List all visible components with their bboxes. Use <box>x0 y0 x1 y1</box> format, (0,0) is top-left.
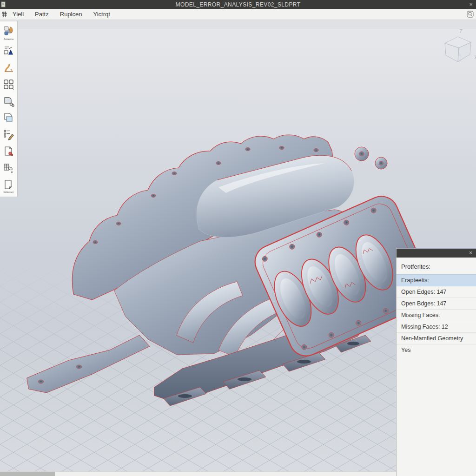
toolbar-button-loft[interactable] <box>1 60 17 76</box>
menu-item-1[interactable]: Yiell <box>13 11 24 18</box>
left-toolbar: Avoaone <box>0 21 18 197</box>
panel-row-non-manifold[interactable]: Nen-Mamfied Geometry <box>397 333 476 344</box>
panel-row-missing-faces[interactable]: Missing Faces: <box>397 310 476 321</box>
toolbar-button-features[interactable]: Avoaone <box>1 23 17 43</box>
properties-panel: × Protferltes: Erapteetis: Open Edges: 1… <box>396 248 476 476</box>
scrollbar-thumb[interactable] <box>0 472 55 476</box>
toolbar-button-sheet[interactable]: boisupey <box>1 177 17 196</box>
view-cube-axis-top: 7 <box>459 28 463 34</box>
titlebar: MODEL_ERROR_ANALYSIS_REV02_SLDPRT × <box>0 0 476 9</box>
panel-row-selected[interactable]: Erapteetis: <box>397 274 476 286</box>
menu-hash-icon[interactable] <box>1 11 8 18</box>
menubar: Yiell Pattz Ruplcen Yictrqt <box>0 9 476 20</box>
menu-item-3[interactable]: Ruplcen <box>60 11 82 18</box>
menu-item-2[interactable]: Pattz <box>35 11 49 18</box>
panel-row-missing-faces-2[interactable]: Missing Faces: 12 <box>397 321 476 333</box>
horizontal-scrollbar[interactable] <box>0 471 396 476</box>
panel-row-open-edges[interactable]: Open Edges: 147 <box>397 286 476 298</box>
mirror-icon <box>3 95 15 107</box>
window-title: MODEL_ERROR_ANALYSIS_REV02_SLDPRT <box>0 1 476 8</box>
toolbar-button-mirror[interactable] <box>1 93 17 110</box>
sheet-icon <box>3 179 14 190</box>
toolbar-button-surfaces[interactable] <box>1 110 17 126</box>
toolbar-top-label: Avoaone <box>4 38 14 40</box>
menu-item-4[interactable]: Yictrqt <box>93 11 110 18</box>
toolbar-button-sketch[interactable] <box>1 43 17 60</box>
panel-titlebar: × <box>397 248 476 258</box>
surfaces-icon <box>3 112 15 124</box>
window-close-icon[interactable]: × <box>469 0 473 8</box>
features-icon <box>3 25 15 37</box>
list-pencil-icon <box>3 129 15 141</box>
pattern-icon <box>3 79 15 91</box>
toolbar-bottom-label: boisupey <box>3 191 13 193</box>
toolbar-button-pattern[interactable] <box>1 76 17 93</box>
sketch-icon <box>3 45 15 57</box>
toolbar-button-list-pencil[interactable] <box>1 126 17 143</box>
menubar-search-icon[interactable] <box>467 11 474 20</box>
loft-icon <box>3 62 15 74</box>
sheet-error-icon <box>3 145 15 158</box>
panel-row-yes[interactable]: Yes <box>397 344 476 356</box>
panel-row-open-edges-2[interactable]: Open Bdges: 147 <box>397 298 476 310</box>
view-cube-axis-right: y <box>474 54 476 59</box>
toolbar-button-import-error[interactable] <box>1 143 17 160</box>
panel-close-icon[interactable]: × <box>469 249 472 258</box>
diagnostics-icon <box>3 162 15 174</box>
toolbar-button-diagnostics[interactable] <box>1 160 17 177</box>
panel-title: Protferltes: <box>397 258 476 274</box>
